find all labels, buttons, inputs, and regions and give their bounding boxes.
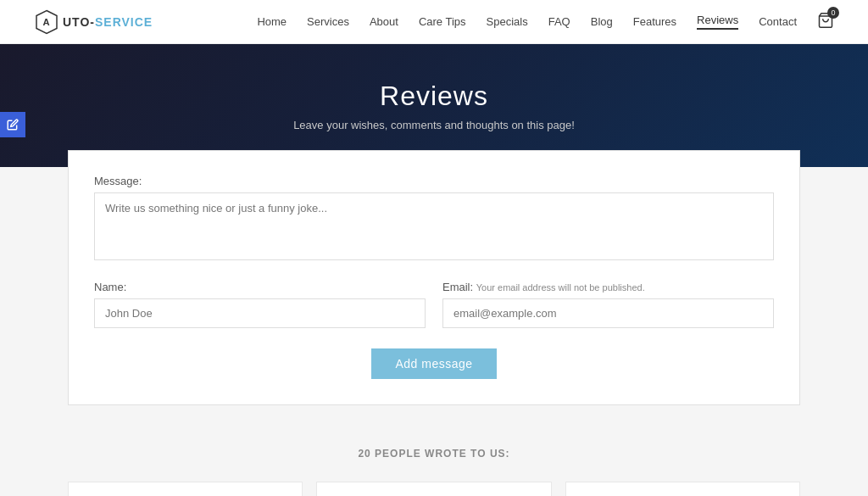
email-label: Email: Your email address will not be pu… (442, 281, 774, 293)
hero-content: Reviews Leave your wishes, comments and … (293, 81, 575, 131)
nav-home[interactable]: Home (257, 15, 287, 28)
logo-icon: A (34, 9, 59, 35)
submit-row: Add message (94, 348, 774, 379)
name-input[interactable] (94, 298, 426, 328)
review-form: Message: Name: Email: Your email address… (68, 150, 800, 405)
nav-blog[interactable]: Blog (591, 15, 613, 28)
review-card-0: ““ Antonio Hurtado de Mendoza Think not … (68, 482, 303, 496)
message-input[interactable] (94, 192, 774, 260)
email-field-group: Email: Your email address will not be pu… (442, 281, 774, 328)
hero-section: Reviews Leave your wishes, comments and … (0, 44, 868, 167)
nav-caretips[interactable]: Care Tips (419, 15, 466, 28)
nav-contact[interactable]: Contact (759, 15, 797, 28)
review-card-1: ““ Thomas Lovell Beddoes Tell me how man… (316, 482, 551, 496)
logo[interactable]: A UTO-SERVICE (34, 9, 153, 35)
hero-title: Reviews (293, 81, 575, 112)
email-input[interactable] (442, 298, 774, 328)
nav-reviews[interactable]: Reviews (697, 14, 738, 30)
nav-faq[interactable]: FAQ (548, 15, 570, 28)
name-field-group: Name: (94, 281, 426, 328)
nav-specials[interactable]: Specials (487, 15, 528, 28)
name-label: Name: (94, 281, 426, 293)
cart-button[interactable]: 0 (817, 12, 834, 32)
message-label: Message: (94, 175, 774, 187)
add-message-button[interactable]: Add message (371, 348, 496, 379)
nav-services[interactable]: Services (307, 15, 349, 28)
header: A UTO-SERVICE Home Services About Care T… (0, 0, 868, 44)
brand-name: UTO-SERVICE (63, 15, 153, 29)
fields-row: Name: Email: Your email address will not… (94, 281, 774, 328)
edit-fab-button[interactable] (0, 112, 25, 137)
reviews-cards-row: ““ Antonio Hurtado de Mendoza Think not … (68, 482, 800, 496)
main-nav: Home Services About Care Tips Specials F… (257, 12, 834, 32)
nav-features[interactable]: Features (633, 15, 676, 28)
review-card-2: ““ Maxwell Anderson If two stand shoulde… (565, 482, 800, 496)
svg-text:A: A (43, 16, 51, 26)
hero-subtitle: Leave your wishes, comments and thoughts… (293, 119, 575, 131)
email-note: Your email address will not be published… (476, 282, 645, 293)
cart-badge: 0 (827, 7, 839, 19)
reviews-count: 20 PEOPLE WROTE TO US: (0, 422, 868, 468)
nav-about[interactable]: About (370, 15, 398, 28)
pencil-icon (7, 119, 19, 131)
